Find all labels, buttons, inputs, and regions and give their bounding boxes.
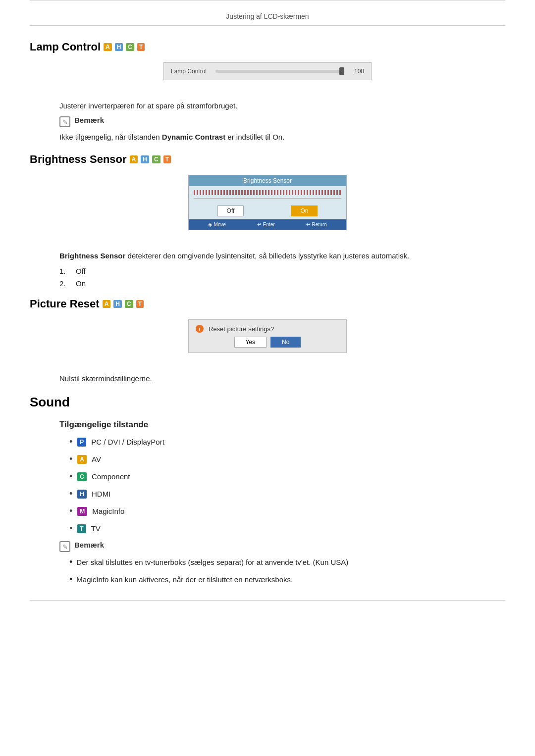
mode-label-tv: TV	[91, 524, 101, 533]
bs-badge-h: H	[141, 155, 149, 163]
lamp-control-heading: Lamp Control A H C T	[30, 41, 505, 53]
sound-note-block: ✎ Bemærk	[59, 541, 505, 552]
picture-reset-ui: i Reset picture settings? Yes No	[188, 319, 347, 353]
pr-badge-c: C	[125, 300, 133, 308]
bs-badge-c: C	[152, 155, 160, 163]
pr-badge-t: T	[136, 300, 144, 308]
lamp-control-slider-track[interactable]	[215, 70, 344, 73]
mode-item-pc: • P PC / DVI / DisplayPort	[69, 437, 505, 447]
brightness-sensor-desc: Brightness Sensor detekterer den omgiven…	[59, 250, 505, 288]
mode-item-tv: • T TV	[69, 523, 505, 534]
lamp-control-note: ✎ Bemærk	[59, 116, 505, 127]
mode-badge-c: C	[77, 472, 87, 481]
mode-list: • P PC / DVI / DisplayPort • A AV • C Co…	[69, 437, 505, 534]
bullet-av: •	[69, 454, 72, 464]
brightness-line	[194, 198, 341, 199]
mode-badge-a: A	[77, 455, 87, 464]
lamp-control-slider-value: 100	[349, 68, 364, 75]
picture-reset-desc: Nulstil skærmindstillingerne.	[59, 373, 505, 385]
bs-badge-a: A	[130, 155, 138, 163]
badge-h: H	[115, 43, 123, 51]
nav-move: ◈ Move	[208, 221, 225, 228]
lamp-control-desc: Justerer inverterpæren for at spare på s…	[59, 100, 505, 143]
sound-note: ✎ Bemærk	[59, 541, 505, 552]
sound-bullet-list: • Der skal tilsluttes en tv-tunerboks (s…	[69, 557, 505, 585]
mode-badge-h: H	[77, 490, 87, 499]
bullet-tv: •	[69, 523, 72, 534]
sound-heading: Sound	[30, 395, 505, 410]
nav-return: ↩ Return	[306, 221, 327, 228]
list-item-on: 2. On	[59, 279, 505, 288]
brightness-dots-track	[194, 190, 341, 195]
brightness-sensor-heading: Brightness Sensor A H C T	[30, 153, 505, 166]
reset-buttons: Yes No	[196, 337, 339, 348]
enter-icon: ↵	[257, 221, 262, 228]
bullet-hdmi: •	[69, 489, 72, 499]
badge-t: T	[137, 43, 145, 51]
brightness-title-bar: Brightness Sensor	[189, 175, 346, 186]
bullet-component: •	[69, 471, 72, 482]
reset-circle-icon: i	[196, 325, 204, 333]
lamp-control-ui: Lamp Control 100	[163, 62, 372, 80]
mode-item-component: • C Component	[69, 471, 505, 482]
available-modes-heading: Tilgængelige tilstande	[59, 420, 505, 430]
reset-question-row: i Reset picture settings?	[196, 325, 339, 333]
pr-badge-a: A	[103, 300, 111, 308]
mode-item-hdmi: • H HDMI	[69, 489, 505, 499]
page-title: Justering af LCD-skærmen	[30, 5, 505, 26]
sound-note-icon: ✎	[59, 541, 70, 552]
reset-no-btn[interactable]: No	[270, 337, 301, 348]
sound-bullet-1: • Der skal tilsluttes en tv-tunerboks (s…	[69, 557, 505, 568]
list-item-off: 1. Off	[59, 267, 505, 275]
brightness-sensor-ui: Brightness Sensor Off On ◈ Move ↵ Enter	[188, 175, 347, 230]
return-icon: ↩	[306, 221, 311, 228]
brightness-desc-text: Brightness Sensor detekterer den omgiven…	[59, 250, 505, 262]
bullet-magicinfo: •	[69, 506, 72, 516]
bs-badge-t: T	[163, 155, 171, 163]
mode-label-pc: PC / DVI / DisplayPort	[91, 438, 164, 446]
mode-label-magicinfo: MagicInfo	[92, 507, 124, 515]
lamp-control-slider-label: Lamp Control	[171, 68, 211, 75]
badge-c: C	[126, 43, 134, 51]
brightness-on-btn[interactable]: On	[291, 205, 318, 216]
move-icon: ◈	[208, 221, 212, 228]
note-icon: ✎	[59, 116, 70, 127]
badge-a: A	[104, 43, 112, 51]
mode-badge-t: T	[77, 524, 86, 533]
mode-label-component: Component	[92, 472, 130, 481]
mode-badge-m: M	[77, 507, 87, 516]
picture-reset-heading: Picture Reset A H C T	[30, 298, 505, 310]
mode-label-hdmi: HDMI	[92, 490, 110, 498]
sound-bullet-2: • MagicInfo kan kun aktiveres, når der e…	[69, 574, 505, 586]
lamp-control-note-text: Ikke tilgængelig, når tilstanden Dynamic…	[59, 131, 505, 143]
reset-yes-btn[interactable]: Yes	[234, 337, 267, 348]
sound-note-label: Bemærk	[74, 541, 104, 549]
nav-enter: ↵ Enter	[257, 221, 275, 228]
sound-section: Sound Tilgængelige tilstande • P PC / DV…	[30, 395, 505, 585]
brightness-slider-area	[189, 186, 346, 202]
brightness-off-btn[interactable]: Off	[217, 205, 244, 216]
brightness-buttons: Off On	[189, 202, 346, 219]
bullet-pc: •	[69, 437, 72, 447]
mode-item-av: • A AV	[69, 454, 505, 464]
mode-label-av: AV	[92, 455, 101, 463]
mode-item-magicinfo: • M MagicInfo	[69, 506, 505, 516]
mode-badge-p: P	[77, 438, 86, 447]
lamp-control-slider-thumb[interactable]	[339, 67, 344, 75]
note-label: Bemærk	[74, 116, 104, 124]
pr-badge-h: H	[113, 300, 122, 308]
reset-question-text: Reset picture settings?	[209, 325, 274, 333]
brightness-nav-bar: ◈ Move ↵ Enter ↩ Return	[189, 219, 346, 230]
